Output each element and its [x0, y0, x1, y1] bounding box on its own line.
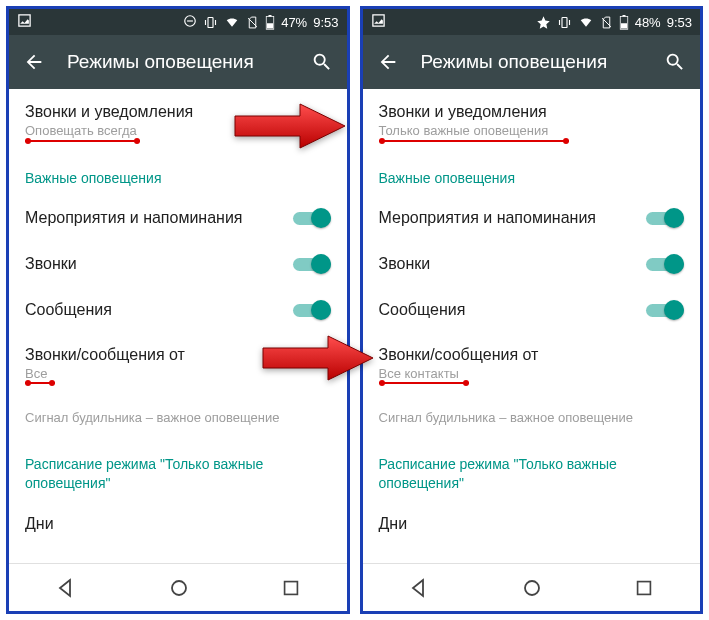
svg-rect-2 — [208, 17, 213, 27]
phone-right: 48% 9:53 Режимы оповещения Звонки и увед… — [360, 6, 704, 614]
vibrate-icon — [203, 15, 218, 30]
svg-rect-10 — [622, 15, 625, 17]
section-priority: Важные оповещения — [25, 154, 331, 194]
events-reminders-item[interactable]: Мероприятия и напоминания — [25, 194, 331, 240]
no-sim-icon — [600, 15, 613, 30]
days-item[interactable]: Дни — [25, 501, 331, 533]
toggle-on[interactable] — [293, 208, 331, 228]
arrow-annotation — [230, 98, 350, 154]
highlight-underline — [379, 140, 569, 142]
back-icon[interactable] — [377, 51, 399, 73]
battery-pct: 48% — [635, 15, 661, 30]
app-bar: Режимы оповещения — [9, 35, 347, 89]
toggle-on[interactable] — [646, 208, 684, 228]
messages-item[interactable]: Сообщения — [379, 286, 685, 332]
calls-and-notifications-item[interactable]: Звонки и уведомления Только важные опове… — [379, 89, 685, 154]
dnd-icon — [183, 14, 197, 31]
dual-screenshot-container: 47% 9:53 Режимы оповещения Звонки и увед… — [0, 0, 709, 620]
nav-bar — [363, 563, 701, 611]
page-title: Режимы оповещения — [421, 51, 643, 73]
nav-home-icon[interactable] — [520, 576, 544, 600]
svg-point-12 — [525, 581, 539, 595]
toggle-on[interactable] — [293, 254, 331, 274]
nav-bar — [9, 563, 347, 611]
toggle-on[interactable] — [646, 300, 684, 320]
nav-home-icon[interactable] — [167, 576, 191, 600]
highlight-underline — [379, 382, 469, 384]
search-icon[interactable] — [311, 51, 333, 73]
alarm-note: Сигнал будильника – важное оповещение — [379, 396, 685, 439]
toggle-on[interactable] — [646, 254, 684, 274]
picture-icon — [371, 13, 386, 28]
battery-pct: 47% — [281, 15, 307, 30]
svg-rect-4 — [269, 15, 272, 17]
vibrate-icon — [557, 15, 572, 30]
settings-list: Звонки и уведомления Оповещать всегда Ва… — [9, 89, 347, 533]
clock: 9:53 — [313, 15, 338, 30]
wifi-icon — [224, 15, 240, 29]
status-bar: 48% 9:53 — [363, 9, 701, 35]
svg-rect-13 — [638, 581, 651, 594]
svg-rect-8 — [562, 17, 567, 27]
nav-back-icon[interactable] — [407, 576, 431, 600]
battery-icon — [265, 15, 275, 30]
clock: 9:53 — [667, 15, 692, 30]
status-bar: 47% 9:53 — [9, 9, 347, 35]
calls-item[interactable]: Звонки — [25, 240, 331, 286]
page-title: Режимы оповещения — [67, 51, 289, 73]
back-icon[interactable] — [23, 51, 45, 73]
nav-recent-icon[interactable] — [280, 577, 302, 599]
settings-list: Звонки и уведомления Только важные опове… — [363, 89, 701, 533]
svg-rect-5 — [267, 23, 273, 28]
svg-rect-7 — [284, 581, 297, 594]
arrow-annotation — [258, 330, 378, 386]
wifi-icon — [578, 15, 594, 29]
search-icon[interactable] — [664, 51, 686, 73]
app-bar: Режимы оповещения — [363, 35, 701, 89]
calls-item[interactable]: Звонки — [379, 240, 685, 286]
toggle-on[interactable] — [293, 300, 331, 320]
days-item[interactable]: Дни — [379, 501, 685, 533]
highlight-underline — [25, 140, 140, 142]
section-priority: Важные оповещения — [379, 154, 685, 194]
svg-rect-1 — [187, 20, 193, 21]
svg-point-6 — [172, 581, 186, 595]
section-schedule: Расписание режима "Только важные оповеще… — [25, 439, 331, 501]
nav-back-icon[interactable] — [54, 576, 78, 600]
star-icon — [536, 15, 551, 30]
picture-icon — [17, 13, 32, 28]
no-sim-icon — [246, 15, 259, 30]
highlight-underline — [25, 382, 55, 384]
section-schedule: Расписание режима "Только важные оповеще… — [379, 439, 685, 501]
svg-rect-11 — [621, 23, 627, 28]
calls-messages-from-item[interactable]: Звонки/сообщения от Все контакты — [379, 332, 685, 396]
battery-icon — [619, 15, 629, 30]
messages-item[interactable]: Сообщения — [25, 286, 331, 332]
alarm-note: Сигнал будильника – важное оповещение — [25, 396, 331, 439]
events-reminders-item[interactable]: Мероприятия и напоминания — [379, 194, 685, 240]
nav-recent-icon[interactable] — [633, 577, 655, 599]
